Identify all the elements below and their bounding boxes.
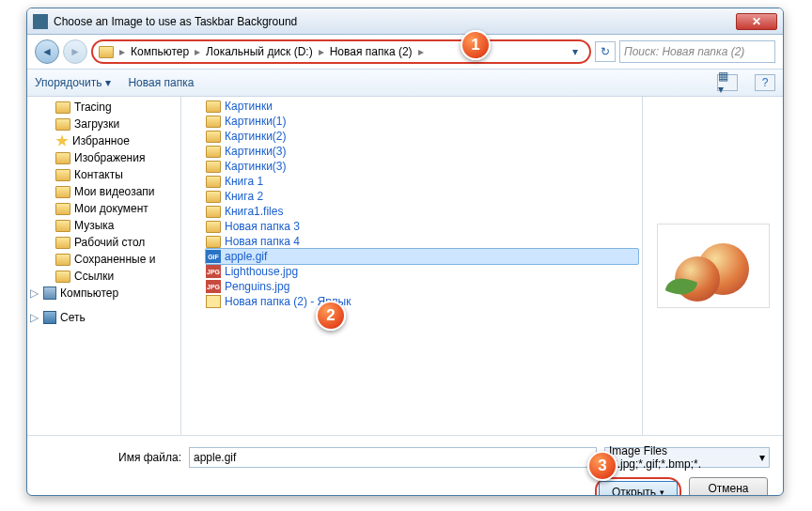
nav-bar: ◄ ► ▸ Компьютер ▸ Локальный диск (D:) ▸ … [27,35,783,69]
tree-item-network[interactable]: ▷Сеть [27,309,180,326]
folder-icon [55,203,70,215]
star-icon [55,134,69,147]
dialog-footer: Имя файла: Image Files (*.jpg;*.gif;*.bm… [27,435,783,496]
folder-icon [206,206,221,218]
file-list[interactable]: Картинки Картинки(1) Картинки(2) Картинк… [181,97,642,435]
folder-icon [206,236,221,248]
tree-item[interactable]: Избранное [27,132,180,149]
tree-item[interactable]: Изображения [27,149,180,166]
address-dropdown-icon[interactable]: ▾ [567,45,584,58]
folder-icon [55,271,70,283]
back-button[interactable]: ◄ [35,39,59,64]
list-item[interactable]: Новая папка 4 [181,234,642,249]
tree-item[interactable]: Контакты [27,166,180,183]
folder-icon [206,101,221,113]
list-item[interactable]: Новая папка 3 [181,219,642,234]
chevron-right-icon[interactable]: ▸ [317,45,326,58]
tree-item-computer[interactable]: ▷Компьютер [27,285,180,302]
folder-icon [206,146,221,158]
file-open-dialog: Choose an Image to use as Taskbar Backgr… [26,8,784,496]
search-input[interactable]: Поиск: Новая папка (2) [619,40,775,63]
folder-icon [206,131,221,143]
folder-icon [55,118,70,131]
preview-image [657,224,770,308]
tree-item[interactable]: Музыка [27,217,180,234]
list-item-selected[interactable]: GIFapple.gif [205,248,639,265]
new-folder-button[interactable]: Новая папка [128,76,194,89]
expand-icon[interactable]: ▷ [29,286,39,300]
list-item[interactable]: Картинки [181,99,642,114]
app-icon [33,14,48,29]
split-chevron-icon[interactable]: ▾ [660,488,664,496]
folder-icon [206,176,221,188]
list-item[interactable]: Книга 1 [181,174,642,189]
folder-icon [55,220,70,232]
folder-icon [206,116,221,128]
organize-menu[interactable]: Упорядочить ▾ [35,76,111,89]
file-type-filter[interactable]: Image Files (*.jpg;*.gif;*.bmp;*.▾ [604,447,770,468]
folder-icon [206,161,221,173]
toolbar: Упорядочить ▾ Новая папка ▦ ▾ ? [27,69,783,97]
annotation-callout-2: 2 [316,301,346,331]
open-button[interactable]: Открыть ▾ [599,481,678,496]
folder-icon [55,237,70,249]
list-item[interactable]: Картинки(3) [181,144,642,159]
forward-button[interactable]: ► [63,39,87,64]
expand-icon[interactable]: ▷ [29,311,39,324]
list-item[interactable]: Картинки(2) [181,129,642,144]
search-placeholder: Поиск: Новая папка (2) [624,45,744,58]
network-icon [43,311,56,324]
tree-item[interactable]: Рабочий стол [27,234,180,251]
tree-item[interactable]: Tracing [27,99,180,116]
tree-item[interactable]: Мои видеозапи [27,183,180,200]
help-button[interactable]: ? [755,74,775,91]
preview-pane [642,97,783,435]
chevron-right-icon[interactable]: ▸ [193,45,202,58]
tree-item[interactable]: Ссылки [27,268,180,285]
breadcrumb-computer[interactable]: Компьютер [131,45,189,58]
folder-icon [55,186,70,198]
folder-icon [55,101,70,114]
view-options-button[interactable]: ▦ ▾ [717,74,738,91]
chevron-down-icon: ▾ [759,451,765,464]
location-icon [99,46,114,58]
computer-icon [43,286,56,300]
chevron-down-icon: ▾ [105,76,111,89]
address-bar[interactable]: ▸ Компьютер ▸ Локальный диск (D:) ▸ Нова… [91,39,591,64]
content-area: Tracing Загрузки Избранное Изображения К… [27,97,783,435]
list-item[interactable]: Картинки(1) [181,114,642,129]
titlebar[interactable]: Choose an Image to use as Taskbar Backgr… [27,8,783,35]
list-item[interactable]: Картинки(3) [181,159,642,174]
annotation-callout-3: 3 [587,451,617,481]
folder-icon [55,254,70,266]
folder-icon [206,221,221,233]
list-item[interactable]: Книга 2 [181,189,642,204]
shortcut-icon [206,295,221,308]
open-button-highlight: Открыть ▾ [595,477,681,496]
cancel-button[interactable]: Отмена [689,477,768,496]
tree-item[interactable]: Сохраненные и [27,251,180,268]
list-item[interactable]: JPGPenguins.jpg [181,279,642,294]
folder-icon [55,169,70,181]
annotation-callout-1: 1 [461,30,491,60]
jpg-icon: JPG [206,265,221,278]
list-item[interactable]: Книга1.files [181,204,642,219]
filename-label: Имя файла: [40,451,181,464]
list-item[interactable]: Новая папка (2) - Ярлык [181,294,642,309]
tree-item[interactable]: Загрузки [27,116,180,132]
chevron-right-icon[interactable]: ▸ [416,45,426,58]
nav-tree[interactable]: Tracing Загрузки Избранное Изображения К… [27,97,181,435]
list-item[interactable]: JPGLighthouse.jpg [181,264,642,279]
window-title: Choose an Image to use as Taskbar Backgr… [54,15,736,28]
breadcrumb-folder[interactable]: Новая папка (2) [330,45,413,58]
folder-icon [206,191,221,203]
chevron-right-icon[interactable]: ▸ [117,45,127,58]
folder-icon [55,152,70,164]
jpg-icon: JPG [206,280,221,293]
filename-input[interactable] [189,447,597,468]
gif-icon: GIF [206,250,221,263]
breadcrumb-disk[interactable]: Локальный диск (D:) [206,45,313,58]
tree-item[interactable]: Мои документ [27,200,180,217]
close-button[interactable]: ✕ [736,13,777,30]
refresh-button[interactable]: ↻ [595,41,616,62]
